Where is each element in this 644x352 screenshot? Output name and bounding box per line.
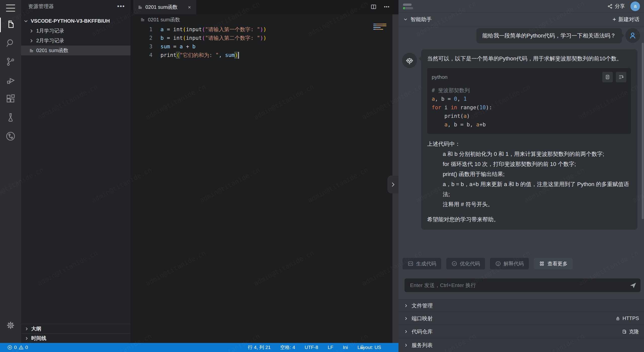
panel-expand-handle[interactable] — [387, 175, 398, 193]
tree-folder-january[interactable]: 1月学习记录 — [21, 26, 131, 36]
indentation[interactable]: 空格: 4 — [280, 344, 295, 351]
grid-icon — [539, 261, 545, 267]
breadcrumb[interactable]: 0201 sum函数 — [131, 14, 398, 25]
eol[interactable]: LF — [328, 345, 333, 350]
editor-area: 0201 sum函数 0201 sum函数 1a = int(input("请输… — [131, 0, 398, 343]
code-editor[interactable]: 1a = int(input("请输入第一个数字: ")) 2b = int(i… — [131, 25, 398, 59]
code-language-label: python — [432, 74, 599, 80]
more-actions-icon[interactable]: ••• — [117, 5, 125, 8]
tab-0201-sum[interactable]: 0201 sum函数 — [133, 0, 196, 14]
minimap[interactable] — [373, 24, 386, 31]
run-debug-icon — [5, 75, 16, 87]
explorer-title: 资源管理器 — [28, 3, 117, 10]
gear-icon[interactable] — [0, 318, 21, 333]
tab-bar: 0201 sum函数 — [131, 0, 398, 14]
cursor-position[interactable]: 行 4, 列 21 — [248, 344, 271, 351]
quick-actions: 生成代码 优化代码 解释代码 查看更多 — [403, 258, 573, 269]
explanation-item: print() 函数用于输出结果; — [427, 169, 631, 179]
status-bar: 0 0 行 4, 列 21 空格: 4 UTF-8 LF Ini Layout:… — [0, 343, 398, 352]
lock-icon — [615, 316, 620, 321]
remote-icon — [5, 131, 16, 143]
code-line-2: 2b = int(input("请输入第二个数字: ")) — [131, 34, 398, 42]
editor-more-icon[interactable] — [383, 4, 390, 11]
check-circle-icon — [451, 261, 457, 267]
user-avatar[interactable]: a — [630, 2, 640, 11]
warning-icon — [18, 345, 24, 350]
see-more-button[interactable]: 查看更多 — [534, 258, 573, 269]
chat-input-placeholder: Enter 发送，Ctrl+Enter 换行 — [410, 282, 476, 289]
file-tree: VSCODE-PYTHON-V3-BKFFBIUH 1月学习记录 2月学习记录 … — [21, 16, 131, 55]
assistant-closing: 希望能对您的学习带来帮助。 — [427, 215, 631, 224]
code-line-1: 1a = int(input("请输入第一个数字: ")) — [131, 25, 398, 34]
share-nodes-icon — [607, 4, 613, 9]
assistant-title: 智能助手 — [411, 16, 612, 23]
notifications-bell-icon[interactable] — [359, 344, 365, 351]
assistant-header: 智能助手 新建对话 — [398, 13, 644, 26]
wrap-insert-icon — [618, 74, 624, 80]
chat-input[interactable]: Enter 发送，Ctrl+Enter 换行 — [405, 278, 640, 292]
problems-indicator[interactable]: 0 0 — [7, 345, 28, 350]
chevron-down-icon[interactable] — [403, 17, 408, 22]
sidebar-item-extensions[interactable] — [0, 90, 21, 109]
explain-code-button[interactable]: 解释代码 — [490, 258, 529, 269]
language-mode[interactable]: Ini — [343, 345, 348, 350]
chevron-right-icon — [29, 38, 34, 44]
timeline-section[interactable]: 时间线 — [21, 333, 131, 343]
chevron-right-icon — [24, 336, 29, 341]
sidebar-item-remote[interactable] — [0, 127, 21, 146]
sidebar-item-testing[interactable] — [0, 109, 21, 127]
assistant-intro: 当然可以，以下是一个简单的Python代码，用于求解斐波那契数列的前10个数。 — [427, 54, 631, 63]
explanation-item: for 循环迭代 10 次，打印斐波那契数列的前 10 个数字; — [427, 159, 631, 169]
clone-button[interactable]: 克隆 — [622, 328, 639, 335]
port-mapping-section[interactable]: 端口映射 HTTPS — [398, 312, 644, 325]
tree-root-folder[interactable]: VSCODE-PYTHON-V3-BKFFBIUH — [21, 16, 131, 26]
file-management-section[interactable]: 文件管理 — [398, 299, 644, 312]
sidebar-item-explorer[interactable] — [0, 16, 21, 34]
tree-folder-february[interactable]: 2月学习记录 — [21, 36, 131, 46]
panel-top-bar: 分享 a — [398, 0, 644, 13]
tree-file-0201-sum[interactable]: 0201 sum函数 — [21, 46, 131, 55]
search-icon — [5, 38, 16, 49]
copy-icon — [605, 74, 611, 80]
chat-code: # 斐波那契数列 a, b = 0, 1 for i in range(10):… — [432, 86, 626, 129]
chevron-right-icon — [404, 343, 409, 348]
encoding[interactable]: UTF-8 — [305, 345, 318, 350]
chevron-right-icon — [29, 28, 34, 34]
activity-bar — [0, 0, 21, 343]
user-chat-avatar — [625, 28, 640, 43]
chevron-right-icon — [404, 316, 409, 321]
insert-code-button[interactable] — [616, 72, 626, 82]
close-icon[interactable] — [186, 4, 193, 11]
user-message-bubble: 能给我一段简单的Python代码，学习一下相关语法吗？ — [476, 28, 622, 43]
sidebar-item-run-debug[interactable] — [0, 72, 21, 90]
files-icon — [5, 19, 16, 31]
copy-code-button[interactable] — [602, 72, 613, 82]
chat-scrollbar[interactable] — [642, 43, 644, 219]
chat-code-block: python # 斐波那契数列 a, b = 0, 1 for i in ran… — [427, 68, 631, 134]
split-editor-icon[interactable] — [370, 4, 377, 11]
code-icon — [408, 261, 414, 267]
clone-icon — [622, 329, 627, 334]
sidebar-item-search[interactable] — [0, 34, 21, 53]
assistant-panel: 分享 a 智能助手 新建对话 能给我一段简单的Python代码，学习一下相关语法… — [398, 0, 644, 352]
panel-sections: 文件管理 端口映射 HTTPS 代码仓库 克隆 服务列表 — [398, 299, 644, 352]
sidebar-item-source-control[interactable] — [0, 53, 21, 72]
outline-section[interactable]: 大纲 — [21, 324, 131, 333]
list-file-icon — [29, 48, 34, 53]
generate-code-button[interactable]: 生成代码 — [403, 258, 441, 269]
share-button[interactable]: 分享 — [607, 3, 625, 10]
chevron-right-icon — [404, 303, 409, 308]
https-button[interactable]: HTTPS — [615, 315, 639, 321]
send-icon[interactable] — [629, 281, 637, 289]
new-chat-button[interactable]: 新建对话 — [612, 16, 639, 23]
workspace-menu-icon[interactable] — [403, 3, 413, 10]
service-list-section[interactable]: 服务列表 — [398, 338, 644, 352]
menu-icon[interactable] — [6, 5, 15, 12]
code-repo-section[interactable]: 代码仓库 克隆 — [398, 325, 644, 338]
chevron-right-icon — [404, 329, 409, 334]
person-icon — [628, 31, 637, 40]
robot-icon — [402, 53, 417, 68]
explanation-item: a 和 b 分别初始化为 0 和 1，用来计算斐波那契数列的前两个数字; — [427, 149, 631, 159]
test-flask-icon — [5, 112, 16, 124]
optimize-code-button[interactable]: 优化代码 — [446, 258, 485, 269]
